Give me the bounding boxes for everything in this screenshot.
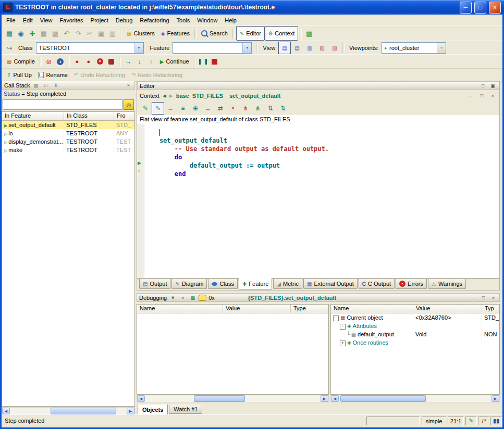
col-type[interactable]: Typ (482, 305, 499, 313)
watch-table-hscrollbar[interactable]: ◀ ▶ (137, 395, 329, 402)
call-stack-close-icon[interactable]: × (125, 82, 132, 89)
editor-toggle-button[interactable]: ✎ Editor (236, 26, 265, 41)
redo-refactoring-button[interactable]: ↷ Redo Refactoring (128, 68, 186, 82)
cut-icon[interactable]: ✂ (84, 28, 95, 39)
class-combo-arrow-icon[interactable]: ▼ (134, 43, 143, 53)
remove-breakpoints-icon[interactable]: × (94, 56, 106, 67)
show-lines-icon[interactable]: ≡ (177, 102, 189, 115)
col-name[interactable]: Name (137, 305, 223, 313)
debugging-close2-icon[interactable]: × (489, 294, 497, 301)
expand-icon[interactable]: + (340, 340, 346, 346)
breadcrumb-cluster[interactable]: base (176, 93, 189, 99)
save-all-icon[interactable]: ▩ (50, 28, 61, 39)
descendants-icon[interactable]: ⋔ (252, 102, 264, 115)
menu-project[interactable]: Project (87, 16, 112, 25)
restore-button[interactable]: □ (474, 2, 486, 14)
editor-gutter[interactable]: ▶ ○ (137, 124, 144, 279)
col-type[interactable]: Type (291, 305, 328, 313)
call-stack-row[interactable]: ▷display_demonstrat... TESTROOT TEST (2, 137, 134, 146)
suppliers-icon[interactable]: ⇅ (277, 102, 289, 115)
context-toggle-button[interactable]: ※ Context (265, 26, 298, 41)
goto-feature-icon[interactable]: → (164, 102, 177, 115)
tab-warnings[interactable]: ⚠Warnings (428, 279, 466, 289)
object-tree-row[interactable]: └▦default_output Void NON (331, 330, 499, 338)
tab-diagram[interactable]: ✎Diagram (171, 279, 207, 289)
breakpoint-enable-icon[interactable]: ● (71, 56, 83, 67)
menu-help[interactable]: Help (221, 16, 240, 25)
debugging-dropdown-icon[interactable]: ▼ (169, 294, 177, 301)
add-breakpoint-icon[interactable]: ⊕ (189, 102, 202, 115)
viewpoints-combo[interactable]: ● root_cluster ▼ (382, 42, 446, 54)
new-document-icon[interactable]: ▤ (4, 28, 15, 39)
continue-button[interactable]: ▶ Continue (157, 55, 192, 68)
collapse-icon[interactable]: - (340, 324, 346, 330)
code-editor[interactable]: ▶ ○ set_output_default -- Use standard o… (137, 124, 499, 279)
col-name[interactable]: Name (331, 305, 413, 313)
editor-restore-icon[interactable]: □ (479, 82, 487, 89)
history-back-icon[interactable]: ◀ (163, 93, 166, 98)
col-value[interactable]: Value (413, 305, 482, 313)
menu-debug[interactable]: Debug (112, 16, 136, 25)
menu-favorites[interactable]: Favorites (56, 16, 87, 25)
editor-maximize-icon[interactable]: ▣ (489, 82, 497, 89)
remove-marks-icon[interactable]: × (227, 102, 239, 115)
hex-format-icon[interactable] (199, 295, 206, 301)
scroll-right-icon[interactable]: ▶ (491, 395, 499, 402)
pull-up-button[interactable]: ⇧ Pull Up (4, 68, 35, 82)
call-stack-hscrollbar[interactable]: ◀ ▶ (2, 407, 135, 415)
feature-combo-arrow-icon[interactable]: ▼ (242, 43, 251, 53)
debugging-maximize-icon[interactable]: □ (480, 294, 487, 301)
scroll-left-icon[interactable]: ◀ (2, 408, 10, 414)
menu-refactoring[interactable]: Refactoring (136, 16, 173, 25)
stop-points-icon[interactable] (106, 56, 117, 67)
debugging-close-icon[interactable]: × (179, 294, 187, 301)
rename-button[interactable]: I.. Rename (35, 68, 71, 82)
exchange-view-icon[interactable]: ⇄ (214, 102, 227, 115)
scroll-right-icon[interactable]: ▶ (321, 395, 328, 402)
object-tree-row[interactable]: +✚Once routines (331, 338, 499, 347)
debugging-minimize-icon[interactable]: ─ (470, 294, 477, 301)
scroll-thumb[interactable] (51, 408, 116, 414)
breadcrumb-class[interactable]: STD_FILES (192, 93, 223, 99)
call-stack-row[interactable]: ▶set_output_default STD_FILES STD_ (2, 121, 134, 129)
view-basic-button[interactable]: ▤ (278, 42, 291, 54)
send-to-external-icon[interactable]: ↪ (4, 42, 15, 54)
copy-icon[interactable]: ▣ (95, 28, 107, 39)
paste-icon[interactable]: ▥ (107, 28, 118, 39)
scroll-left-icon[interactable]: ◀ (137, 395, 145, 402)
tab-metric[interactable]: ◢Metric (273, 279, 302, 289)
panes-icon[interactable]: ▮▮ (490, 417, 502, 425)
menu-view[interactable]: View (36, 16, 56, 25)
viewpoints-combo-arrow-icon[interactable]: ▼ (437, 43, 446, 53)
search-button[interactable]: Search (198, 27, 231, 40)
breakpoint-disable-icon[interactable]: ● (83, 56, 94, 67)
call-stack-row[interactable]: ▷io TESTROOT ANY (2, 129, 134, 137)
tab-errors[interactable]: ×Errors (396, 279, 427, 289)
step-into-icon[interactable]: ↓ (134, 56, 145, 67)
redo-icon[interactable]: ↷ (72, 28, 84, 39)
ancestors-icon[interactable]: ⋔ (239, 102, 252, 115)
add-icon[interactable]: ✚ (27, 28, 38, 39)
pause-icon[interactable] (198, 56, 209, 67)
class-combo[interactable]: TESTROOT ▼ (36, 42, 144, 54)
call-stack-window-icon[interactable]: □ (42, 82, 50, 89)
context-minimize-icon[interactable]: ─ (467, 92, 475, 99)
breadcrumb-feature[interactable]: set_output_default (229, 93, 280, 99)
collapse-icon[interactable]: - (333, 316, 339, 321)
scroll-thumb[interactable] (194, 395, 245, 402)
objects-table-hscrollbar[interactable]: ◀ ▶ (330, 395, 500, 402)
minimize-button[interactable]: ─ (460, 2, 472, 14)
tab-class[interactable]: Class (208, 279, 238, 289)
object-tree-row[interactable]: -▦Current object <0x32A8760> STD_ (331, 313, 499, 322)
save-icon[interactable]: ▦ (38, 28, 50, 39)
menu-edit[interactable]: Edit (19, 16, 36, 25)
call-stack-filter-input[interactable] (3, 99, 122, 110)
tab-external-output[interactable]: ▦External Output (303, 279, 358, 289)
menu-tools[interactable]: Tools (173, 16, 194, 25)
stop-icon[interactable] (209, 56, 220, 67)
open-icon[interactable]: ◉ (15, 28, 27, 39)
scroll-thumb[interactable] (340, 395, 426, 402)
view-flat-button[interactable]: ▥ (303, 42, 316, 54)
sync-state-icon[interactable]: ⇄ (478, 417, 489, 425)
tab-output[interactable]: ▤Output (139, 279, 170, 289)
